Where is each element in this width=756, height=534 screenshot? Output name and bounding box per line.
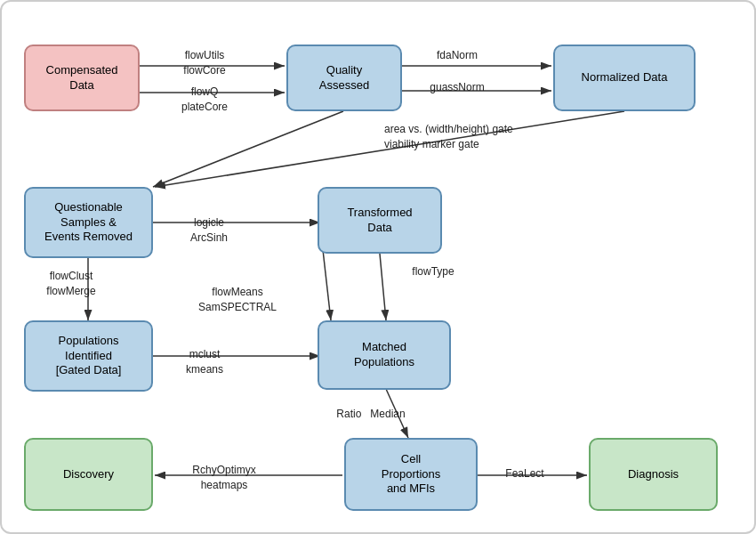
label-flowutils-flowcore: flowUtilsflowCore [151,48,258,78]
node-populations-identified: PopulationsIdentified[Gated Data] [24,320,153,392]
node-compensated-data: CompensatedData [24,44,140,111]
matched-populations-label: MatchedPopulations [354,340,414,370]
svg-line-5 [153,111,343,187]
node-quality-assessed: QualityAssessed [286,44,402,111]
cell-proportions-label: CellProportionsand MFIs [382,452,440,498]
label-flowtype: flowType [398,264,469,279]
label-guassnorm: guassNorm [413,80,502,95]
quality-assessed-label: QualityAssessed [319,63,369,93]
label-flowq-platecore: flowQplateCore [151,85,258,115]
node-diagnosis: Diagnosis [589,438,718,511]
node-matched-populations: MatchedPopulations [318,320,451,390]
discovery-label: Discovery [63,467,114,482]
node-cell-proportions: CellProportionsand MFIs [344,438,478,511]
compensated-data-label: CompensatedData [46,63,118,93]
node-transformed: TransformedData [318,187,442,254]
diagnosis-label: Diagnosis [628,467,679,482]
diagram-container: CompensatedData QualityAssessed Normaliz… [0,0,756,534]
label-flowmeans-samspectral: flowMeansSamSPECTRAL [180,285,295,315]
node-questionable: QuestionableSamples &Events Removed [24,187,153,258]
questionable-label: QuestionableSamples &Events Removed [44,200,133,246]
label-fealect: FeaLect [489,466,560,481]
node-normalized-data: Normalized Data [553,44,696,111]
label-rchy-heatmaps: RchyOptimyxheatmaps [166,463,282,493]
label-fdanorm: fdaNorm [413,48,502,63]
label-flowclust-flowmerge: flowClustflowMerge [18,269,125,299]
svg-line-8 [380,254,386,320]
svg-line-10 [322,242,331,320]
label-mclust-kmeans: mclustkmeans [160,347,249,377]
label-logicle-arcsinh: logicleArcSinh [160,215,258,246]
node-discovery: Discovery [24,438,153,511]
populations-identified-label: PopulationsIdentified[Gated Data] [56,334,122,379]
label-area-gate: area vs. (width/height) gateviability ma… [384,122,642,152]
label-ratio-median: Ratio Median [313,407,429,422]
normalized-data-label: Normalized Data [582,70,668,85]
transformed-label: TransformedData [347,206,412,236]
